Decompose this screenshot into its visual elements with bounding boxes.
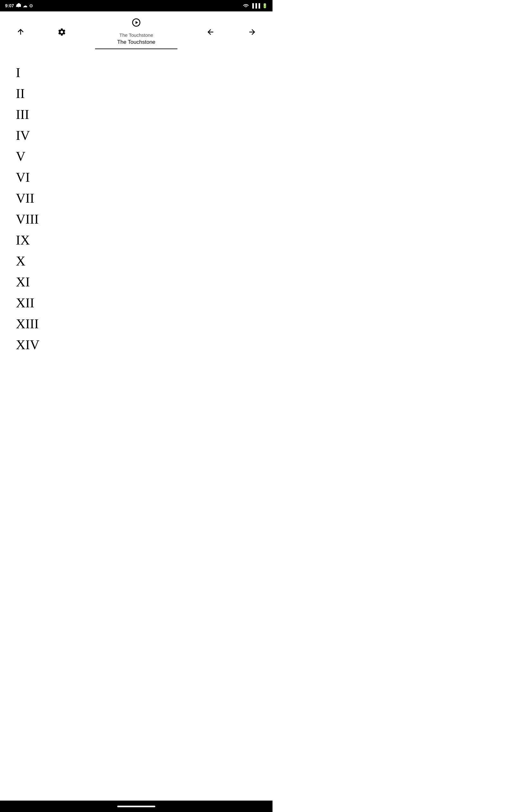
settings-button[interactable] <box>54 24 70 40</box>
forward-button[interactable] <box>244 24 260 40</box>
chapter-item[interactable]: IX <box>16 233 273 248</box>
chapter-item[interactable]: VIII <box>16 212 273 227</box>
chapter-list: IIIIIIIVVVIVIIVIIIIXXXIXIIXIIIXIV <box>0 52 273 371</box>
chapter-item[interactable]: I <box>16 65 273 80</box>
back-button[interactable] <box>203 24 219 40</box>
chapter-item[interactable]: VII <box>16 191 273 206</box>
chapter-item[interactable]: II <box>16 86 273 101</box>
svg-marker-2 <box>135 21 138 24</box>
status-bar: 9:07 ☁ ⊙ ▐▐▐ 🔋 <box>0 0 273 11</box>
chapter-item[interactable]: XIV <box>16 337 273 352</box>
chapter-item[interactable]: IV <box>16 128 273 143</box>
notification-icon <box>16 3 21 9</box>
media-icon: ⊙ <box>29 3 33 8</box>
chapter-item[interactable]: XI <box>16 274 273 290</box>
header-title-section: The Touchstone The Touchstone <box>95 31 177 49</box>
up-arrow-button[interactable] <box>13 24 29 40</box>
chapter-item[interactable]: XIII <box>16 316 273 332</box>
chapter-item[interactable]: XII <box>16 295 273 310</box>
header-title: The Touchstone <box>117 39 156 45</box>
toolbar: The Touchstone The Touchstone <box>0 11 273 52</box>
toolbar-center: The Touchstone The Touchstone <box>95 14 177 49</box>
chapter-item[interactable]: VI <box>16 170 273 185</box>
header-subtitle: The Touchstone <box>119 32 153 38</box>
signal-icon: ▐▐▐ <box>250 3 260 8</box>
status-left: 9:07 ☁ ⊙ <box>5 3 33 9</box>
time-display: 9:07 <box>5 3 14 8</box>
play-button[interactable] <box>128 14 144 31</box>
status-right: ▐▐▐ 🔋 <box>243 3 268 9</box>
battery-icon: 🔋 <box>262 3 268 8</box>
chapter-item[interactable]: V <box>16 149 273 164</box>
chapter-item[interactable]: X <box>16 253 273 269</box>
chapter-item[interactable]: III <box>16 107 273 122</box>
cloud-icon: ☁ <box>23 3 27 8</box>
wifi-icon <box>243 3 249 9</box>
